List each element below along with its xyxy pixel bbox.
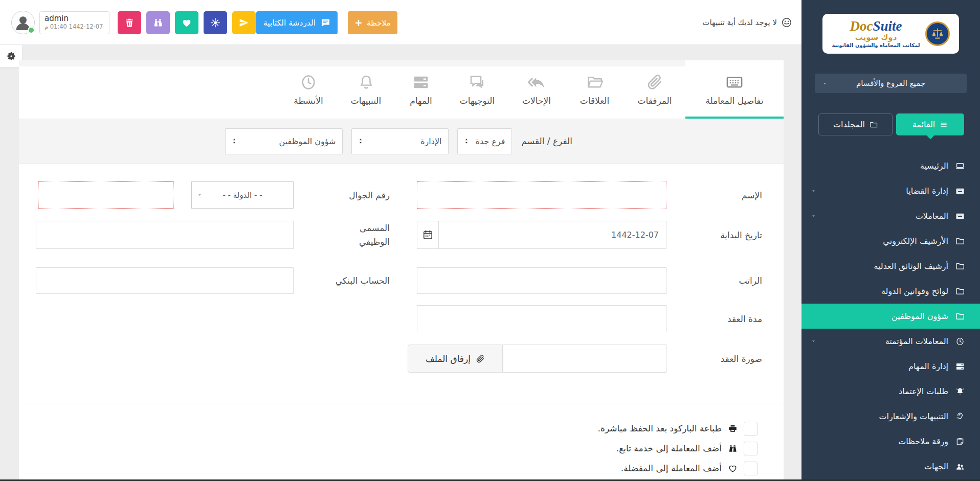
checkbox[interactable] (744, 422, 758, 436)
chat-icon (321, 18, 330, 28)
bank-account-input[interactable] (36, 267, 294, 294)
sidebar-item-4[interactable]: أرشيف الوثائق العدليه (801, 254, 980, 279)
transaction-form: الإسم رقم الجوال - - الدولة - - تاريخ ال… (19, 164, 784, 481)
chevron-down-icon (811, 188, 816, 194)
gear-icon (6, 51, 16, 61)
branch-section-label: الفرع / القسم (521, 136, 572, 146)
name-input[interactable] (417, 181, 666, 209)
sidebar-item-9[interactable]: طلبات الإعتماد (801, 379, 980, 404)
logo: DocSuite دوك سويت لمكاتب المحاماة والشؤو… (822, 14, 959, 54)
option-row-1: أضف المعاملة إلى خدمة تابع. (616, 441, 758, 456)
trash-icon (124, 17, 135, 28)
bank-account-label: الحساب البنكي (336, 267, 390, 294)
sidebar-item-label: الأرشيف الإلكتروني (883, 236, 948, 246)
delete-button[interactable] (118, 11, 141, 34)
sidebar-item-12[interactable]: الجهات (801, 454, 980, 479)
checkbox[interactable] (744, 442, 758, 455)
tab-4[interactable]: التوجيهات (447, 60, 508, 119)
binoculars-icon (728, 444, 738, 453)
clock-icon (300, 74, 317, 91)
tab-5[interactable]: المهام (395, 60, 447, 119)
sidebar: DocSuite دوك سويت لمكاتب المحاماة والشؤو… (801, 0, 980, 481)
chevron-down-icon (811, 338, 816, 344)
sidebar-item-label: ورقة ملاحظات (898, 437, 948, 446)
filter-selects: فرع جدةالإدارةشؤون الموظفين (225, 128, 512, 154)
tab-1[interactable]: المرفقات (624, 60, 685, 119)
select-value: الإدارة (420, 136, 441, 146)
menu-view-button[interactable]: القائمة (896, 113, 964, 135)
start-date-label: تاريخ البداية (720, 221, 762, 249)
tab-label: المرفقات (637, 96, 672, 106)
sort-arrows-icon (231, 138, 238, 145)
favorites-button[interactable] (175, 11, 198, 34)
sidebar-item-10[interactable]: التنبيهات والإشعارات (801, 404, 980, 429)
sidebar-item-3[interactable]: الأرشيف الإلكتروني (801, 228, 980, 254)
text-chat-button[interactable]: الدردشة الكتابية (256, 11, 338, 34)
folder-open-icon (586, 74, 604, 91)
country-select[interactable]: - - الدولة - - (191, 181, 294, 209)
folder-icon (955, 262, 965, 271)
keyboard-icon (726, 74, 743, 91)
sidebar-item-label: إدارة المهام (908, 361, 948, 371)
sidebar-item-8[interactable]: إدارة المهام (801, 354, 980, 379)
tab-2[interactable]: العلاقات (565, 60, 624, 119)
start-date-input[interactable] (438, 221, 666, 249)
sidebar-item-label: شؤون الموظفين (892, 311, 948, 321)
calendar-addon[interactable] (417, 221, 439, 249)
add-note-button[interactable]: ملاحظة + (348, 11, 397, 34)
tab-6[interactable]: التنبيهات (337, 60, 395, 119)
salary-label: الراتب (739, 267, 762, 294)
folder-icon (955, 312, 965, 321)
tab-7[interactable]: الأنشطة (280, 60, 337, 119)
paperclip-icon (476, 354, 485, 363)
keyboard-solid-icon (955, 212, 965, 221)
settings-button[interactable] (204, 11, 227, 34)
binoculars-icon (152, 17, 164, 28)
sidebar-item-7[interactable]: المعاملات المؤتمتة (801, 329, 980, 354)
department-select[interactable]: الإدارة (351, 128, 449, 154)
sidebar-item-label: المعاملات (916, 211, 948, 221)
section-select[interactable]: شؤون الموظفين (225, 128, 343, 154)
folders-view-button[interactable]: المجلدات (818, 113, 893, 135)
send-button[interactable] (232, 11, 256, 34)
tab-label: الأنشطة (294, 96, 323, 106)
sidebar-item-label: إدارة القضايا (906, 186, 948, 196)
checkbox[interactable] (744, 462, 758, 475)
name-label: الإسم (742, 181, 762, 209)
menu-view-label: القائمة (912, 120, 936, 129)
branch-dropdown-label: جميع الفروع والأقسام (856, 79, 925, 88)
tab-3[interactable]: الإحالات (508, 60, 565, 119)
sidebar-item-label: الرئيسية (920, 161, 948, 171)
user-info-box[interactable]: admin 1442-12-07 01:40 م (39, 11, 109, 34)
contract-image-filebox[interactable] (503, 345, 666, 373)
bell-icon (358, 74, 375, 91)
branch-select[interactable]: فرع جدة (457, 128, 512, 154)
sidebar-item-11[interactable]: ورقة ملاحظات (801, 429, 980, 454)
sidebar-item-6[interactable]: شؤون الموظفين (801, 304, 980, 329)
sidebar-item-label: التنبيهات والإشعارات (879, 411, 948, 421)
sidebar-item-2[interactable]: المعاملات (801, 203, 980, 228)
mobile-label: رقم الجوال (349, 181, 390, 209)
sidebar-item-1[interactable]: إدارة القضايا (801, 178, 980, 203)
job-title-input[interactable] (36, 221, 294, 249)
tab-label: المهام (410, 96, 432, 106)
branch-department-dropdown[interactable]: جميع الفروع والأقسام (815, 74, 967, 93)
users-icon (955, 462, 965, 471)
comments-icon (469, 74, 486, 91)
salary-input[interactable] (417, 267, 666, 294)
paper-plane-icon (238, 17, 250, 28)
scales-logo-icon (925, 21, 950, 46)
contract-duration-input[interactable] (417, 305, 666, 332)
mobile-input[interactable] (38, 181, 174, 209)
search-button[interactable] (146, 11, 170, 34)
sidebar-item-5[interactable]: لوائح وقوانين الدولة (801, 279, 980, 304)
folder-icon (955, 287, 965, 296)
section-divider (19, 403, 784, 403)
option-row-2: أضف المعاملة إلى المفضلة. (621, 461, 758, 476)
sidebar-item-label: المعاملات المؤتمتة (885, 336, 948, 346)
attach-file-button[interactable]: إرفاق الملف (408, 345, 503, 373)
tab-0[interactable]: تفاصيل المعاملة (685, 60, 784, 119)
sidebar-item-0[interactable]: الرئيسية (801, 153, 980, 178)
tasks-icon (412, 74, 430, 91)
online-status-badge (28, 27, 35, 34)
